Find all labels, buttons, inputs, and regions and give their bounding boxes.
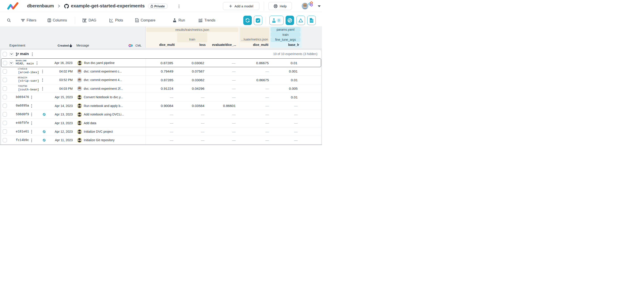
svg-text:CSV: CSV	[310, 20, 313, 22]
